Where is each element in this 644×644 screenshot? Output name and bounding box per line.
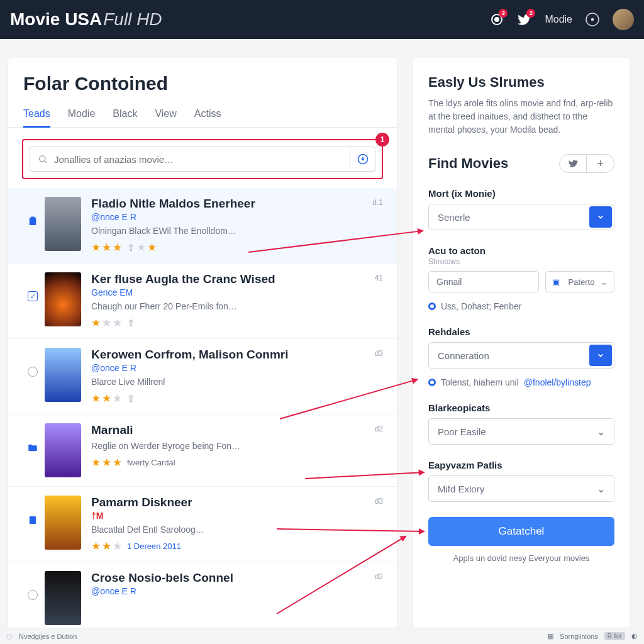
rating: ★★★⇧★★ [91, 241, 384, 254]
select-blark[interactable]: Poor Easile ⌄ [428, 418, 614, 445]
result-description: Blarce Live Millrenl [91, 377, 384, 387]
status-broadcast-icon[interactable]: ◐ [631, 632, 638, 640]
item-marker[interactable]: ✓ [21, 272, 45, 301]
share-icon[interactable]: ⇧ [127, 242, 135, 253]
result-subtitle: Gence EM [91, 287, 384, 297]
item-marker[interactable] [21, 496, 45, 526]
select-value: Mifd Exlory [429, 484, 587, 494]
result-title: Kerowen Corfrom, Malison Conmri [91, 348, 384, 362]
filter-panel: Easly Us Slrumes The ldys arole fits oli… [413, 58, 630, 634]
checkbox-icon: ✓ [28, 291, 38, 301]
bird-icon[interactable]: 2 [517, 12, 532, 27]
download-button[interactable] [350, 147, 375, 172]
rating: ★★★fwerty Cardal [91, 456, 384, 469]
result-item[interactable]: ✓ Ker fluse Augla the Cranc Wised Gence … [8, 263, 397, 338]
tab-view[interactable]: View [155, 104, 176, 127]
result-code: d.1 [372, 198, 383, 207]
search-highlight-container: 1 [22, 139, 383, 179]
poster-thumbnail [45, 348, 81, 402]
action-input[interactable]: Gnnail [428, 271, 539, 292]
field-label-1: Mort (ix Monie) [428, 188, 614, 199]
radio-option-1[interactable]: Uss, Dohast; Fenber [428, 301, 614, 311]
status-left: Nvedgijes e Dution [19, 633, 77, 640]
field-label-5: Eapyvazm Patlis [428, 460, 614, 470]
chevron-down-icon: ⌄ [601, 277, 608, 287]
annotation-badge-1: 1 [375, 133, 389, 147]
bookmark-icon [26, 216, 39, 227]
poster-thumbnail [45, 496, 81, 550]
share-icon[interactable]: ⇧ [127, 318, 135, 329]
find-movies-heading: Find Movies [428, 155, 508, 172]
result-title: Pamarm Diskneer [91, 496, 384, 509]
rating-extra: fwerty Cardal [127, 458, 175, 467]
brand: Movie USAFull HD [10, 9, 162, 30]
target-icon[interactable]: 2 [489, 12, 504, 27]
item-marker[interactable] [21, 348, 45, 377]
rating-extra: 1 Dereen 2011 [127, 541, 181, 551]
tab-black[interactable]: Black [113, 104, 137, 127]
result-item[interactable]: Marnali Reglie on Werder Byroge being Fo… [8, 414, 397, 486]
select-eapy[interactable]: Mifd Exlory ⌄ [428, 475, 614, 502]
result-description: Reglie on Werder Byroge being Fon… [91, 441, 384, 451]
sidebar-body: The ldys arole fits olins movie and fnd,… [428, 97, 614, 136]
rating: ★★★⇧ [91, 316, 384, 330]
result-description: Olningan Black EWil The Enolldom… [91, 226, 384, 236]
result-item[interactable]: Kerowen Corfrom, Malison Conmri @once E … [8, 338, 397, 414]
result-subtitle: †M [91, 511, 384, 521]
panel-title: Folar Contoined [8, 73, 397, 104]
notification-badge: 2 [499, 9, 508, 18]
item-marker[interactable] [21, 423, 45, 453]
radio-icon [428, 303, 436, 310]
result-item[interactable]: Crose Nosio-bels Connel @once E R d2 [8, 562, 397, 634]
radio-icon [28, 367, 38, 377]
inline-link[interactable]: @fnolel/bylinstep [524, 377, 591, 387]
toggle-twitter[interactable] [559, 154, 587, 173]
radio-option-2[interactable]: Tolenst, hiahem unil @fnolel/bylinstep [428, 377, 614, 387]
tab-actiss[interactable]: Actiss [194, 104, 221, 127]
field-sublabel-2: Shrotows [428, 257, 614, 266]
download-icon [357, 153, 369, 165]
help-icon[interactable] [585, 12, 600, 27]
rating: ★★★1 Dereen 2011 [91, 540, 384, 553]
result-code: d3 [375, 497, 383, 506]
status-bar: ◌ Nvedgijes e Dution ▦ Sorngiinions R ll… [0, 628, 644, 644]
result-subtitle: @once E R [91, 363, 384, 373]
submit-button[interactable]: Gatatchel [428, 517, 614, 546]
sidebar-heading: Easly Us Slrumes [428, 74, 614, 91]
result-item[interactable]: Pamarm Diskneer †M Blacatlal Del Entl Sa… [8, 486, 397, 562]
header-mode-label[interactable]: Modie [545, 14, 572, 25]
svg-rect-7 [31, 217, 35, 219]
results-panel: Folar Contoined Teads Modie Black View A… [8, 58, 397, 634]
app-header: Movie USAFull HD 2 2 Modie [0, 0, 644, 39]
svg-rect-8 [30, 516, 36, 524]
svg-rect-6 [30, 218, 36, 225]
square-icon: ▣ [552, 277, 560, 287]
tab-teads[interactable]: Teads [23, 104, 50, 127]
action-select[interactable]: ▣Paterto⌄ [545, 271, 614, 292]
tab-modie[interactable]: Modie [68, 104, 96, 127]
search-input[interactable] [54, 154, 342, 165]
toggle-add[interactable]: + [587, 154, 614, 173]
plus-icon: + [597, 157, 604, 170]
status-mode[interactable]: Sorngiinions [560, 633, 598, 640]
share-icon[interactable]: ⇧ [127, 393, 135, 404]
result-item[interactable]: Fladio Nitle Maldos Enerheer @nnce E R O… [8, 188, 397, 263]
select-mort[interactable]: Senerle [428, 204, 614, 230]
svg-point-1 [495, 18, 499, 21]
result-code: d3 [375, 349, 383, 358]
search-box [30, 147, 350, 172]
result-title: Crose Nosio-bels Connel [91, 571, 384, 585]
status-chip[interactable]: R llor [604, 632, 625, 640]
select-rehdales[interactable]: Conneration [428, 342, 614, 369]
item-marker[interactable] [21, 571, 45, 600]
result-code: d2 [375, 572, 383, 581]
view-toggle: + [559, 154, 614, 173]
item-marker[interactable] [21, 197, 45, 227]
field-label-3: Rehdales [428, 326, 614, 337]
result-code: d2 [375, 425, 383, 433]
result-description: Blacatlal Del Entl Saroloog… [91, 525, 384, 535]
brand-sub: Full HD [103, 9, 162, 29]
user-avatar[interactable] [613, 9, 634, 30]
chevron-down-icon [589, 345, 612, 366]
poster-thumbnail [45, 272, 81, 326]
